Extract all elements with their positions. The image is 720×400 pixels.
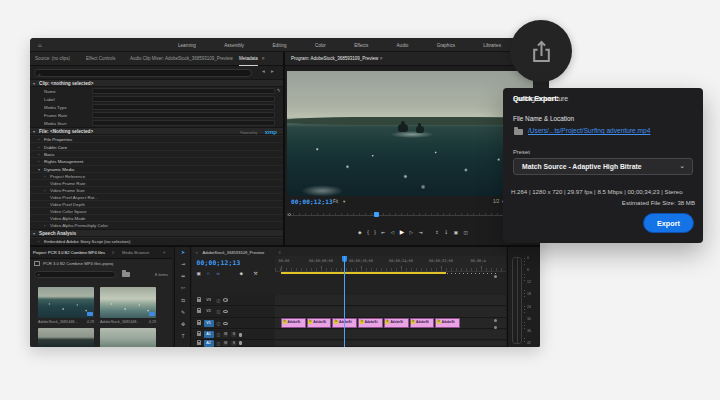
workspace-tab-libraries[interactable]: Libraries bbox=[483, 43, 501, 48]
add-marker-icon[interactable]: ◆ bbox=[240, 271, 244, 276]
workspace-tab-color[interactable]: Color bbox=[315, 43, 326, 48]
mute-button[interactable]: M bbox=[223, 341, 228, 346]
comparison-view-button[interactable]: ◫ bbox=[464, 230, 468, 235]
scrubber-playhead[interactable] bbox=[374, 212, 379, 217]
eye-icon[interactable] bbox=[223, 310, 228, 313]
track-header-a2[interactable]: A2 ◫ M S bbox=[192, 341, 276, 347]
step-back-button[interactable]: ◁ bbox=[391, 230, 395, 235]
track-lane-v3[interactable] bbox=[275, 295, 506, 306]
workspace-tab-effects[interactable]: Effects bbox=[354, 43, 368, 48]
export-frame-button[interactable]: ▣ bbox=[454, 230, 458, 235]
slip-tool[interactable]: ⇆ bbox=[175, 297, 192, 303]
linked-selection-icon[interactable]: ∞ bbox=[217, 271, 220, 276]
next-arrow-icon[interactable]: ▸ bbox=[271, 68, 274, 74]
lock-icon[interactable] bbox=[197, 310, 201, 313]
section-basic[interactable]: ›Basic bbox=[30, 150, 283, 157]
sync-lock-icon[interactable]: ◫ bbox=[217, 309, 221, 314]
field-row-frame-rate[interactable]: Frame Rate bbox=[30, 111, 283, 119]
section-file-properties[interactable]: ›File Properties bbox=[30, 135, 283, 142]
section-dynamic-media[interactable]: ▾Dynamic Media bbox=[30, 165, 283, 172]
row-project-reference[interactable]: ›Project Reference bbox=[30, 172, 283, 179]
row-video-frame-size[interactable]: ›Video Frame Size bbox=[30, 186, 283, 193]
extract-button[interactable]: ↧ bbox=[444, 230, 448, 235]
row-video-pixel-aspect[interactable]: Video Pixel Aspect Rat... bbox=[30, 193, 283, 200]
field-row-name[interactable]: Name ✎ bbox=[30, 87, 283, 95]
lock-icon[interactable] bbox=[197, 342, 201, 345]
workspace-tab-audio[interactable]: Audio bbox=[397, 43, 409, 48]
scrubber-track[interactable] bbox=[287, 215, 539, 216]
sync-lock-icon[interactable]: ◫ bbox=[217, 341, 221, 346]
new-bin-folder-icon[interactable] bbox=[122, 272, 130, 278]
timeline-clip[interactable]: fxAdobeSt bbox=[307, 318, 332, 328]
mark-out-button[interactable]: } bbox=[374, 230, 376, 235]
track-header-v3[interactable]: V3 ◫ bbox=[192, 295, 276, 306]
workspace-tab-editing[interactable]: Editing bbox=[273, 43, 287, 48]
file-section-header[interactable]: ▾ File: <Nothing selected> Powered by xm… bbox=[30, 127, 283, 135]
edit-icon[interactable]: ✎ bbox=[277, 88, 281, 93]
name-field[interactable] bbox=[92, 88, 275, 94]
panel-menu-icon[interactable]: ≡ bbox=[380, 52, 383, 66]
row-embedded-story-script[interactable]: ›Embedded Adobe Story Script (no selecti… bbox=[30, 237, 283, 245]
play-button[interactable]: ▶ bbox=[400, 229, 404, 235]
export-button[interactable]: Export bbox=[643, 213, 694, 233]
nest-toggle-icon[interactable]: ▣ bbox=[197, 271, 201, 276]
track-badge[interactable]: A1 bbox=[204, 331, 214, 338]
track-lane-a1[interactable] bbox=[275, 330, 506, 340]
project-file-name[interactable]: PCR 3.0 B2 Combine MP4 files.prproj bbox=[43, 261, 113, 266]
sync-lock-icon[interactable]: ◫ bbox=[217, 298, 221, 303]
hand-tool[interactable]: ✥ bbox=[175, 321, 192, 327]
track-header-v1[interactable]: V1 ◫ bbox=[192, 318, 276, 329]
lock-icon[interactable] bbox=[197, 299, 201, 302]
voiceover-mic-icon[interactable] bbox=[239, 333, 241, 337]
row-video-alpha-premultiply[interactable]: ›Video Alpha Premultiply Color bbox=[30, 221, 283, 228]
quick-export-button[interactable] bbox=[510, 20, 572, 82]
type-tool[interactable]: T bbox=[175, 333, 192, 339]
tab-source[interactable]: Source: (no clips) bbox=[35, 52, 70, 66]
playhead-line[interactable] bbox=[344, 256, 345, 348]
row-video-pixel-depth[interactable]: Video Pixel Depth bbox=[30, 200, 283, 207]
program-timecode[interactable]: 00;00;12;13 bbox=[291, 198, 333, 205]
row-video-color-space[interactable]: Video Color Space bbox=[30, 207, 283, 214]
field-row-label[interactable]: Label bbox=[30, 95, 283, 103]
section-rights-management[interactable]: ›Rights Management bbox=[30, 157, 283, 164]
tab-project[interactable]: Project: PCR 3.0 B2 Combine MP4 files bbox=[33, 247, 105, 259]
solo-button[interactable]: S bbox=[231, 332, 236, 337]
mark-in-button[interactable]: { bbox=[367, 230, 369, 235]
timeline-ruler[interactable]: 00;00 00;00;08;00 00;00;16;00 00;00;24;0… bbox=[275, 256, 506, 272]
tab-program[interactable]: Program: AdobeStock_368593109_Preview bbox=[291, 52, 378, 66]
tab-effect-controls[interactable]: Effect Controls bbox=[86, 52, 115, 66]
track-badge[interactable]: A2 bbox=[204, 340, 214, 347]
tab-media-browser[interactable]: Media Browser bbox=[122, 247, 149, 259]
tab-overflow-icon[interactable]: » bbox=[163, 247, 165, 259]
project-search-input[interactable]: ⌕ bbox=[34, 271, 116, 279]
lock-icon[interactable] bbox=[197, 322, 201, 325]
row-video-alpha-mode[interactable]: Video Alpha Mode bbox=[30, 214, 283, 221]
zoom-level-dropdown[interactable]: Fit bbox=[333, 199, 338, 204]
home-icon[interactable]: ⌂ bbox=[38, 38, 42, 52]
file-path-link[interactable]: /Users/...ts/Project/Surfing adventure.m… bbox=[528, 127, 650, 134]
work-area-bar[interactable] bbox=[281, 272, 446, 274]
track-badge[interactable]: V3 bbox=[204, 297, 214, 304]
timeline-clip[interactable]: fxAdobeSt bbox=[435, 318, 460, 328]
lift-button[interactable]: ↥ bbox=[435, 230, 439, 235]
timeline-tab[interactable]: AdobeStock_368593109_Preview bbox=[203, 247, 265, 258]
track-header-v2[interactable]: V2 ◫ bbox=[192, 307, 276, 318]
track-badge[interactable]: V2 bbox=[204, 308, 214, 315]
track-lane-a2[interactable] bbox=[275, 341, 506, 347]
mute-button[interactable]: M bbox=[223, 332, 228, 337]
clip-thumbnail[interactable] bbox=[100, 287, 156, 318]
row-video-frame-rate[interactable]: Video Frame Rate bbox=[30, 179, 283, 186]
timeline-clip[interactable]: fxAdobeSt bbox=[358, 318, 383, 328]
track-header-a1[interactable]: A1 ◫ M S bbox=[192, 330, 276, 340]
solo-button[interactable]: S bbox=[231, 341, 236, 346]
scrollbar-handle[interactable] bbox=[494, 275, 497, 278]
field-row-media-start[interactable]: Media Start bbox=[30, 119, 283, 127]
section-dublin-core[interactable]: ›Dublin Core bbox=[30, 142, 283, 149]
timeline-settings-wrench-icon[interactable]: ⚒ bbox=[254, 271, 258, 276]
clip-thumbnail[interactable] bbox=[38, 287, 94, 318]
preset-dropdown[interactable]: Match Source - Adaptive High Bitrate ⌄ bbox=[513, 158, 693, 175]
go-to-out-button[interactable]: ⇥ bbox=[419, 230, 423, 235]
playback-resolution-dropdown[interactable]: 1/2 bbox=[493, 199, 499, 204]
track-badge[interactable]: V1 bbox=[204, 320, 214, 327]
timeline-timecode[interactable]: 00;00;12;13 bbox=[197, 259, 241, 266]
